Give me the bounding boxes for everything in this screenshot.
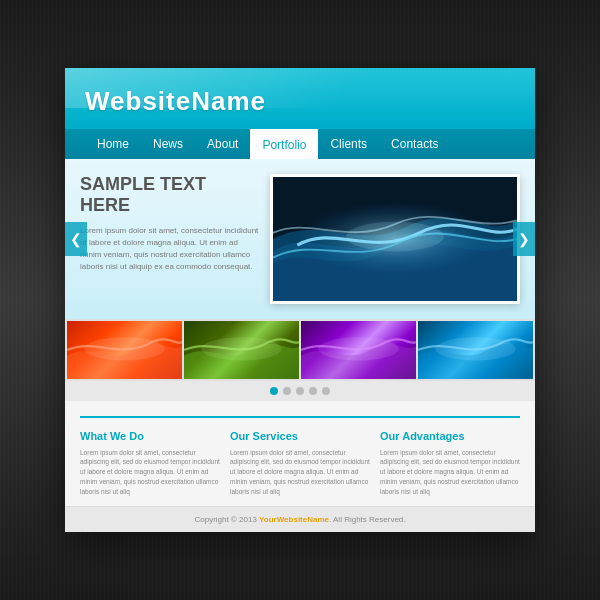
- svg-point-5: [318, 337, 399, 360]
- navigation: Home News About Portfolio Clients Contac…: [65, 129, 535, 159]
- nav-about[interactable]: About: [195, 130, 250, 158]
- featured-image: [270, 174, 520, 304]
- col-our-services: Our Services Lorem ipsum dolor sit amet,…: [230, 430, 370, 497]
- svg-point-3: [84, 337, 165, 360]
- site-name: WebsiteName: [85, 86, 515, 129]
- nav-home[interactable]: Home: [85, 130, 141, 158]
- text-section: SAMPLE TEXT HERE Lorem ipsum dolor sit a…: [80, 174, 260, 273]
- dot-4[interactable]: [309, 387, 317, 395]
- dot-1[interactable]: [270, 387, 278, 395]
- footer-text-after: . All Rights Reserved.: [329, 515, 405, 524]
- thumbnail-strip: [65, 319, 535, 381]
- col-our-services-text: Lorem ipsum dolor sit amet, consectetur …: [230, 448, 370, 497]
- footer-text: Copyright © 2013: [194, 515, 259, 524]
- thumbnail-green[interactable]: [184, 321, 299, 379]
- main-content: ❮ SAMPLE TEXT HERE Lorem ipsum dolor sit…: [65, 159, 535, 319]
- col-our-advantages: Our Advantages Lorem ipsum dolor sit ame…: [380, 430, 520, 497]
- footer-link[interactable]: YourWebsiteName: [259, 515, 329, 524]
- svg-point-2: [346, 221, 444, 251]
- nav-clients[interactable]: Clients: [318, 130, 379, 158]
- header: WebsiteName Home News About Portfolio Cl…: [65, 68, 535, 159]
- svg-point-6: [435, 337, 516, 360]
- thumbnail-blue[interactable]: [418, 321, 533, 379]
- col-our-advantages-title: Our Advantages: [380, 430, 520, 442]
- col-what-we-do: What We Do Lorem ipsum dolor sit amet, c…: [80, 430, 220, 497]
- nav-contacts[interactable]: Contacts: [379, 130, 450, 158]
- main-heading: SAMPLE TEXT HERE: [80, 174, 260, 217]
- nav-portfolio[interactable]: Portfolio: [250, 129, 318, 159]
- dot-3[interactable]: [296, 387, 304, 395]
- col-what-we-do-title: What We Do: [80, 430, 220, 442]
- bottom-columns: What We Do Lorem ipsum dolor sit amet, c…: [80, 416, 520, 497]
- next-arrow[interactable]: ❯: [513, 222, 535, 256]
- nav-news[interactable]: News: [141, 130, 195, 158]
- dots-bar: [65, 381, 535, 401]
- website-mockup: WebsiteName Home News About Portfolio Cl…: [65, 68, 535, 533]
- main-body: Lorem ipsum dolor sit amet, consectetur …: [80, 225, 260, 273]
- prev-arrow[interactable]: ❮: [65, 222, 87, 256]
- bottom-section: What We Do Lorem ipsum dolor sit amet, c…: [65, 401, 535, 507]
- svg-point-4: [201, 337, 282, 360]
- thumbnail-red[interactable]: [67, 321, 182, 379]
- col-what-we-do-text: Lorem ipsum dolor sit amet, consectetur …: [80, 448, 220, 497]
- col-our-advantages-text: Lorem ipsum dolor sit amet, consectetur …: [380, 448, 520, 497]
- dot-5[interactable]: [322, 387, 330, 395]
- footer: Copyright © 2013 YourWebsiteName. All Ri…: [65, 506, 535, 532]
- dot-2[interactable]: [283, 387, 291, 395]
- col-our-services-title: Our Services: [230, 430, 370, 442]
- thumbnail-purple[interactable]: [301, 321, 416, 379]
